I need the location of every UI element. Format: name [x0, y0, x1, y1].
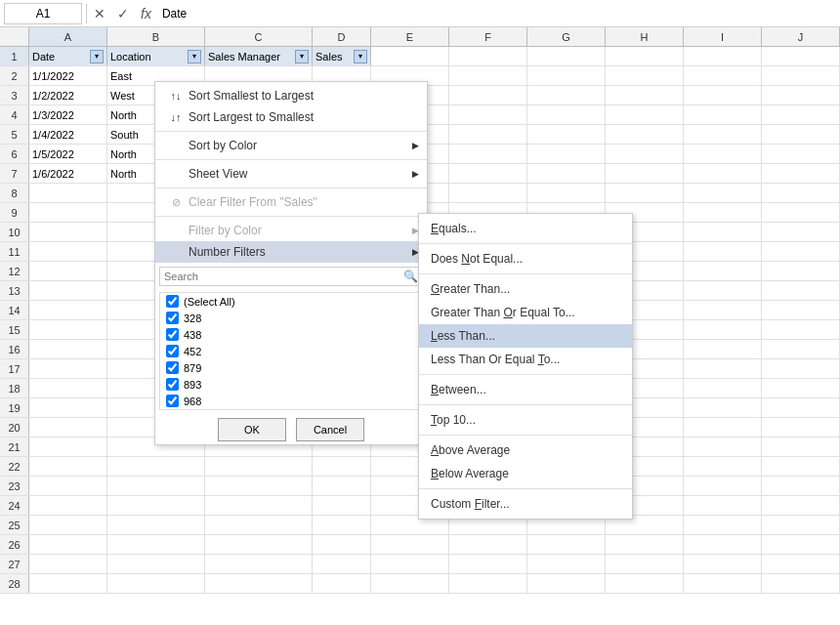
cell-a7[interactable]: 1/6/2022	[29, 164, 107, 183]
cancel-button[interactable]: Cancel	[296, 418, 364, 441]
cell-b28[interactable]	[107, 574, 205, 593]
submenu-item-top10[interactable]: Top 10...	[419, 408, 632, 432]
submenu-item-greater-equal[interactable]: Greater Than Or Equal To...	[419, 301, 632, 324]
cell-b22[interactable]	[107, 457, 205, 476]
cell-a13[interactable]	[29, 281, 107, 300]
filter-btn-sales[interactable]: ▾	[354, 50, 367, 63]
cell-a24[interactable]	[29, 496, 107, 515]
col-header-b[interactable]: B	[107, 27, 205, 46]
filter-btn-sales-manager[interactable]: ▾	[295, 50, 309, 63]
submenu-item-custom[interactable]: Custom Filter...	[419, 492, 632, 516]
cell-b25[interactable]	[107, 516, 205, 534]
cell-b23[interactable]	[107, 477, 205, 495]
cell-a6[interactable]: 1/5/2022	[29, 145, 107, 163]
cell-a14[interactable]	[29, 301, 107, 319]
submenu-item-below-avg[interactable]: Below Average	[419, 462, 632, 485]
filter-list-item-452[interactable]: 452	[160, 343, 422, 359]
submenu-item-equals[interactable]: Equals...	[419, 217, 632, 240]
menu-item-sheet-view[interactable]: Sheet View	[155, 163, 427, 185]
cell-c23[interactable]	[205, 477, 313, 495]
cell-d24[interactable]	[313, 496, 371, 515]
cell-a2[interactable]: 1/1/2022	[29, 66, 107, 85]
col-header-h[interactable]: H	[606, 27, 684, 46]
cell-a5[interactable]: 1/4/2022	[29, 125, 107, 144]
menu-item-sort-color[interactable]: Sort by Color	[155, 135, 427, 156]
filter-list-item-328[interactable]: 328	[160, 310, 422, 326]
cell-a20[interactable]	[29, 418, 107, 437]
cell-c25[interactable]	[205, 516, 313, 534]
cell-d22[interactable]	[313, 457, 371, 476]
col-header-g[interactable]: G	[527, 27, 606, 46]
cell-a25[interactable]	[29, 516, 107, 534]
filter-checkbox-438[interactable]	[166, 328, 179, 341]
cell-a8[interactable]	[29, 184, 107, 202]
cell-a3[interactable]: 1/2/2022	[29, 86, 107, 104]
cancel-formula-icon[interactable]: ✕	[91, 6, 108, 21]
cell-a23[interactable]	[29, 477, 107, 495]
insert-function-icon[interactable]: fx	[138, 6, 154, 21]
filter-list-item-968[interactable]: 968	[160, 393, 422, 409]
cell-d23[interactable]	[313, 477, 371, 495]
cell-a21[interactable]	[29, 438, 107, 456]
filter-list[interactable]: (Select All) 328 438 452 879	[159, 292, 423, 410]
filter-list-item-all[interactable]: (Select All)	[160, 293, 422, 310]
cell-a10[interactable]	[29, 223, 107, 241]
cell-a15[interactable]	[29, 320, 107, 339]
filter-btn-date[interactable]: ▾	[90, 50, 104, 63]
cell-b26[interactable]	[107, 535, 205, 554]
cell-c22[interactable]	[205, 457, 313, 476]
col-header-a[interactable]: A	[29, 27, 107, 46]
menu-item-number-filters[interactable]: Number Filters	[155, 241, 427, 263]
submenu-item-less-than[interactable]: Less Than...	[419, 324, 632, 348]
filter-checkbox-968[interactable]	[166, 395, 179, 407]
filter-checkbox-879[interactable]	[166, 361, 179, 374]
submenu-item-greater-than[interactable]: Greater Than...	[419, 277, 632, 301]
cell-d28[interactable]	[313, 574, 371, 593]
cell-a18[interactable]	[29, 379, 107, 397]
col-header-d[interactable]: D	[313, 27, 371, 46]
ok-button[interactable]: OK	[218, 418, 286, 441]
filter-list-item-879[interactable]: 879	[160, 359, 422, 376]
cell-c27[interactable]	[205, 555, 313, 573]
confirm-formula-icon[interactable]: ✓	[114, 6, 132, 21]
filter-checkbox-all[interactable]	[166, 295, 179, 308]
cell-a9[interactable]	[29, 203, 107, 222]
submenu-item-less-equal[interactable]: Less Than Or Equal To...	[419, 348, 632, 371]
cell-b27[interactable]	[107, 555, 205, 573]
filter-checkbox-452[interactable]	[166, 345, 179, 357]
cell-c26[interactable]	[205, 535, 313, 554]
filter-btn-location[interactable]: ▾	[188, 50, 201, 63]
header-cell-date[interactable]: Date ▾	[29, 47, 107, 65]
menu-item-sort-asc[interactable]: ↑↓ Sort Smallest to Largest	[155, 85, 427, 106]
cell-a26[interactable]	[29, 535, 107, 554]
filter-checkbox-328[interactable]	[166, 312, 179, 324]
submenu-item-above-avg[interactable]: Above Average	[419, 438, 632, 462]
cell-a27[interactable]	[29, 555, 107, 573]
cell-d26[interactable]	[313, 535, 371, 554]
cell-a12[interactable]	[29, 262, 107, 280]
cell-a28[interactable]	[29, 574, 107, 593]
cell-c24[interactable]	[205, 496, 313, 515]
filter-search-input[interactable]	[164, 271, 403, 282]
col-header-i[interactable]: I	[684, 27, 762, 46]
col-header-e[interactable]: E	[371, 27, 449, 46]
submenu-item-not-equal[interactable]: Does Not Equal...	[419, 247, 632, 271]
header-cell-location[interactable]: Location ▾	[107, 47, 205, 65]
filter-search-box[interactable]: 🔍	[159, 267, 423, 286]
submenu-item-between[interactable]: Between...	[419, 378, 632, 401]
cell-a19[interactable]	[29, 398, 107, 417]
col-header-c[interactable]: C	[205, 27, 313, 46]
col-header-j[interactable]: J	[762, 27, 840, 46]
cell-c28[interactable]	[205, 574, 313, 593]
cell-a16[interactable]	[29, 340, 107, 358]
filter-checkbox-893[interactable]	[166, 378, 179, 391]
filter-list-item-438[interactable]: 438	[160, 326, 422, 343]
menu-item-sort-desc[interactable]: ↓↑ Sort Largest to Smallest	[155, 106, 427, 128]
col-header-f[interactable]: F	[449, 27, 527, 46]
cell-a11[interactable]	[29, 242, 107, 261]
cell-reference-input[interactable]	[4, 3, 82, 24]
cell-a4[interactable]: 1/3/2022	[29, 105, 107, 124]
header-cell-sales-manager[interactable]: Sales Manager ▾	[205, 47, 313, 65]
cell-a22[interactable]	[29, 457, 107, 476]
header-cell-sales[interactable]: Sales ▾	[313, 47, 371, 65]
